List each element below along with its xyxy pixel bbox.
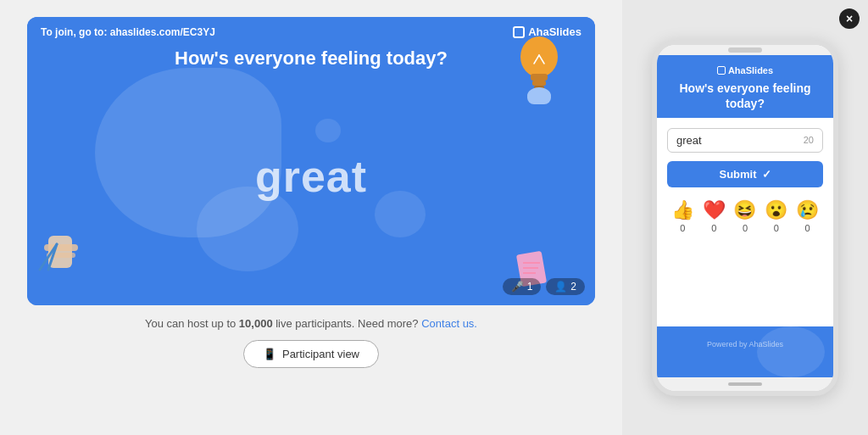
- phone-screen: AhaSlides How's everyone feeling today? …: [657, 55, 833, 377]
- wow-count: 0: [774, 223, 779, 233]
- participant-btn-label: Participant view: [282, 348, 359, 360]
- svg-rect-9: [44, 244, 78, 251]
- wow-icon: 😮: [765, 199, 787, 221]
- heart-count: 0: [711, 223, 716, 233]
- slide-background: To join, go to: ahaslides.com/EC3YJ AhaS…: [27, 17, 595, 305]
- phone-content: great 20 Submit ✓ 👍 0 ❤️ 0: [657, 118, 833, 326]
- phone-question: How's everyone feeling today?: [669, 81, 821, 111]
- viewer-badge: 👤 2: [546, 278, 585, 295]
- thumbsup-count: 0: [680, 223, 685, 233]
- info-text-after: live participants. Need more?: [273, 317, 419, 330]
- thumbsup-icon: 👍: [671, 199, 694, 221]
- svg-rect-1: [531, 74, 548, 81]
- join-url: ahaslides.com/EC3YJ: [110, 26, 215, 38]
- phone-footer-blob: [757, 326, 825, 377]
- participant-limit: 10,000: [239, 317, 273, 330]
- phone-notch-dot: [728, 47, 762, 53]
- phone-input-value: great: [676, 134, 804, 147]
- slide-logo: AhaSlides: [513, 25, 581, 38]
- laugh-count: 0: [743, 223, 748, 233]
- phone-submit-button[interactable]: Submit ✓: [667, 161, 823, 187]
- mic-icon: 🎤: [511, 281, 524, 293]
- laugh-icon: 😆: [733, 199, 756, 221]
- phone-home-indicator: [728, 382, 762, 386]
- viewer-icon: 👤: [554, 281, 567, 293]
- close-button[interactable]: ×: [839, 8, 860, 29]
- phone-input-row[interactable]: great 20: [667, 128, 823, 153]
- hand-left-illustration: [36, 219, 86, 305]
- phone-screen-footer: Powered by AhaSlides: [657, 326, 833, 377]
- emoji-row: 👍 0 ❤️ 0 😆 0 😮 0: [667, 199, 823, 233]
- slide-join-text: To join, go to: ahaslides.com/EC3YJ: [41, 26, 215, 38]
- slide-footer: 🎤 1 👤 2: [503, 278, 585, 295]
- viewer-count: 2: [570, 281, 576, 293]
- emoji-wow[interactable]: 😮 0: [765, 199, 787, 233]
- phone-mockup: AhaSlides How's everyone feeling today? …: [652, 40, 838, 396]
- sad-count: 0: [805, 223, 810, 233]
- sad-icon: 😢: [796, 199, 819, 221]
- contact-us-link[interactable]: Contact us.: [421, 317, 477, 330]
- phone-logo-text: AhaSlides: [728, 65, 773, 75]
- phone-notch: [657, 45, 833, 55]
- mobile-icon: 📱: [263, 348, 276, 360]
- right-panel: × AhaSlides How's everyone feeling today…: [622, 0, 868, 435]
- blob-3: [375, 191, 426, 237]
- emoji-heart[interactable]: ❤️ 0: [703, 199, 726, 233]
- blob-4: [315, 119, 341, 142]
- info-text-before: You can host up to: [145, 317, 239, 330]
- slide-question: How's everyone feeling today?: [27, 47, 595, 70]
- heart-icon: ❤️: [703, 199, 726, 221]
- phone-logo: AhaSlides: [669, 65, 821, 75]
- phone-home-bar: [657, 377, 833, 391]
- phone-screen-header: AhaSlides How's everyone feeling today?: [657, 55, 833, 118]
- slide-container: To join, go to: ahaslides.com/EC3YJ AhaS…: [27, 17, 595, 305]
- slide-header: To join, go to: ahaslides.com/EC3YJ AhaS…: [27, 17, 595, 47]
- left-panel: To join, go to: ahaslides.com/EC3YJ AhaS…: [0, 0, 622, 435]
- phone-logo-icon: [717, 66, 726, 75]
- slide-logo-text: AhaSlides: [528, 25, 581, 38]
- submit-label: Submit: [719, 168, 756, 181]
- participant-view-button[interactable]: 📱 Participant view: [243, 340, 379, 368]
- emoji-sad[interactable]: 😢 0: [796, 199, 819, 233]
- info-bar: You can host up to 10,000 live participa…: [145, 317, 477, 330]
- join-prefix: To join, go to:: [41, 26, 110, 38]
- participant-count: 1: [527, 281, 533, 293]
- slide-answer: great: [255, 151, 367, 202]
- logo-icon: [513, 26, 525, 38]
- emoji-thumbsup[interactable]: 👍 0: [671, 199, 694, 233]
- participant-badge: 🎤 1: [503, 278, 542, 295]
- phone-input-count: 20: [804, 135, 814, 145]
- svg-rect-7: [527, 91, 551, 104]
- svg-rect-2: [532, 81, 546, 86]
- checkmark-icon: ✓: [762, 168, 771, 181]
- emoji-laugh[interactable]: 😆 0: [733, 199, 756, 233]
